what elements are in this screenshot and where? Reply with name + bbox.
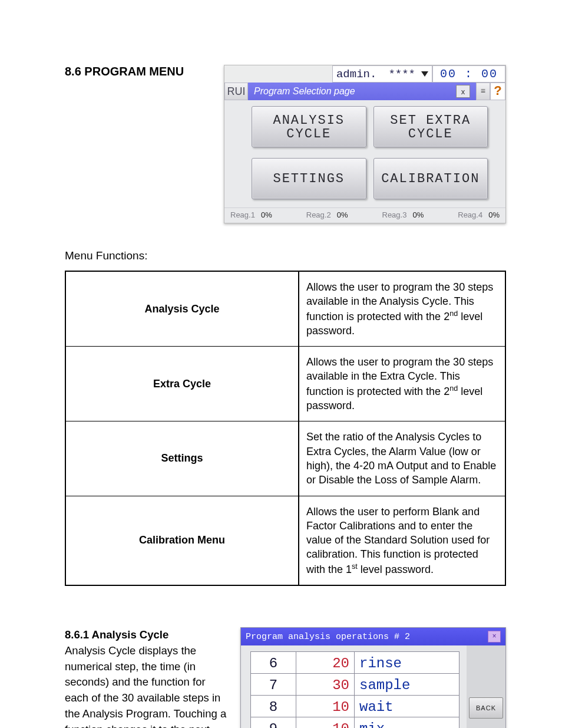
mf-name: Extra Cycle [65, 347, 299, 421]
step-number: 6 [251, 652, 296, 674]
mf-desc: Allows the user to program the 30 steps … [299, 271, 505, 347]
reag4-value: 0% [488, 210, 500, 219]
table-row: 7 30 sample [251, 674, 459, 696]
menu-icon[interactable]: ≡ [476, 83, 490, 100]
mf-name: Settings [65, 421, 299, 496]
mf-desc: Set the ratio of the Analysis Cycles to … [299, 421, 505, 496]
steps-table: 6 20 rinse 7 30 sample 8 10 wait [250, 651, 459, 728]
menu-functions-label: Menu Functions: [65, 249, 506, 262]
mf-name: Calibration Menu [65, 496, 299, 585]
table-row: Analysis Cycle Allows the user to progra… [65, 271, 505, 347]
set-extra-cycle-button[interactable]: SET EXTRA CYCLE [373, 106, 488, 147]
chevron-down-icon [421, 71, 428, 77]
step-time[interactable]: 10 [296, 717, 355, 728]
window-titlebar: Program analysis operations # 2 × [241, 628, 505, 645]
calibration-button[interactable]: CALIBRATION [373, 158, 488, 199]
back-button[interactable]: BACK [469, 697, 503, 719]
reag1-value: 0% [261, 210, 272, 219]
run-indicator: RUI [224, 83, 248, 100]
hmi-analysis-operations: Program analysis operations # 2 × 6 20 r… [240, 627, 506, 728]
step-function[interactable]: rinse [355, 652, 459, 674]
hmi-program-selection: admin. **** 00 : 00 RUI Program Selectio… [224, 65, 506, 223]
subsection-heading: 8.6.1 Analysis Cycle [65, 628, 168, 641]
analysis-cycle-button[interactable]: ANALYSIS CYCLE [252, 106, 366, 147]
table-row: 6 20 rinse [251, 652, 459, 674]
reag1-label: Reag.1 [230, 210, 255, 219]
table-row: Extra Cycle Allows the user to program t… [65, 347, 505, 421]
section-heading: 8.6 PROGRAM MENU [65, 65, 200, 78]
mf-name: Analysis Cycle [65, 271, 299, 347]
clock-display: 00 : 00 [432, 65, 505, 83]
user-dropdown[interactable]: admin. **** [332, 65, 432, 83]
menu-functions-table: Analysis Cycle Allows the user to progra… [65, 271, 506, 586]
step-function[interactable]: sample [355, 674, 459, 696]
reag2-value: 0% [337, 210, 348, 219]
reag4-label: Reag.4 [458, 210, 482, 219]
reagent-status-bar: Reag.10% Reag.20% Reag.30% Reag.40% [224, 207, 505, 223]
step-time[interactable]: 30 [296, 674, 355, 696]
step-number: 9 [251, 717, 296, 728]
reag2-label: Reag.2 [306, 210, 331, 219]
help-button[interactable]: ? [490, 83, 505, 100]
close-button[interactable]: x [456, 85, 470, 98]
window-title: Program analysis operations # 2 [246, 632, 488, 642]
step-number: 7 [251, 674, 296, 696]
mf-desc: Allows the user to program the 30 steps … [299, 347, 505, 421]
window-title: Program Selection page [254, 86, 451, 97]
table-row: Settings Set the ratio of the Analysis C… [65, 421, 505, 496]
step-number: 8 [251, 696, 296, 717]
step-time[interactable]: 20 [296, 652, 355, 674]
settings-button[interactable]: SETTINGS [252, 158, 366, 199]
close-button[interactable]: × [488, 631, 501, 643]
step-function[interactable]: mix [355, 717, 459, 728]
table-row: 8 10 wait [251, 696, 459, 717]
step-time[interactable]: 10 [296, 696, 355, 717]
window-titlebar: Program Selection page x [248, 83, 476, 100]
reag3-value: 0% [412, 210, 424, 219]
table-row: Calibration Menu Allows the user to perf… [65, 496, 505, 585]
table-row: 9 10 mix [251, 717, 459, 728]
user-mask: **** [388, 68, 415, 81]
user-label: admin. [336, 68, 376, 81]
subsection-text: Analysis Cycle displays the numerical st… [65, 644, 226, 728]
step-function[interactable]: wait [355, 696, 459, 717]
mf-desc: Allows the user to perform Blank and Fac… [299, 496, 505, 585]
reag3-label: Reag.3 [382, 210, 407, 219]
